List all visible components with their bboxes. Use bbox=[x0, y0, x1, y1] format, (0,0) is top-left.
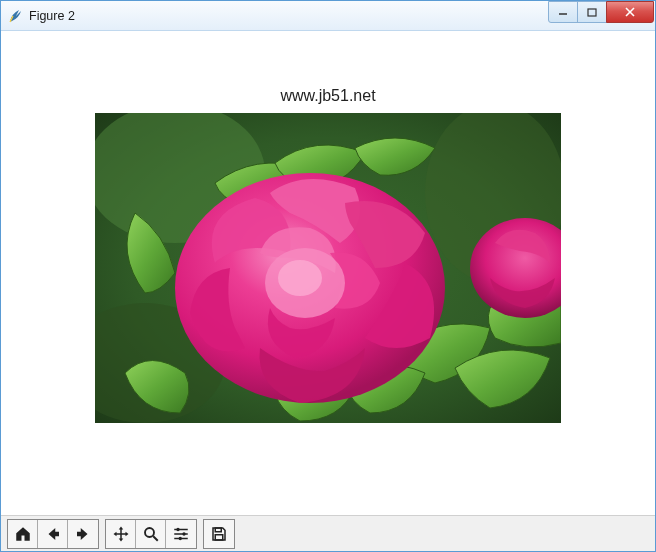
svg-point-12 bbox=[145, 528, 154, 537]
sliders-icon bbox=[172, 525, 190, 543]
matplotlib-toolbar bbox=[1, 515, 655, 551]
maximize-button[interactable] bbox=[577, 1, 607, 23]
pan-button[interactable] bbox=[106, 520, 136, 548]
window-controls bbox=[549, 1, 654, 23]
svg-rect-1 bbox=[588, 9, 596, 16]
arrow-right-icon bbox=[74, 525, 92, 543]
displayed-image bbox=[95, 113, 561, 423]
forward-button[interactable] bbox=[68, 520, 98, 548]
back-button[interactable] bbox=[38, 520, 68, 548]
svg-point-15 bbox=[176, 527, 179, 530]
figure-window: Figure 2 www.jb51.net bbox=[0, 0, 656, 552]
nav-group bbox=[7, 519, 99, 549]
tk-feather-icon bbox=[7, 8, 23, 24]
save-button[interactable] bbox=[204, 520, 234, 548]
maximize-icon bbox=[587, 7, 597, 17]
home-button[interactable] bbox=[8, 520, 38, 548]
svg-rect-21 bbox=[215, 534, 223, 539]
figure-title: www.jb51.net bbox=[280, 87, 375, 105]
zoom-button[interactable] bbox=[136, 520, 166, 548]
svg-line-13 bbox=[153, 536, 158, 541]
svg-rect-20 bbox=[215, 528, 221, 532]
save-group bbox=[203, 519, 235, 549]
configure-button[interactable] bbox=[166, 520, 196, 548]
window-title: Figure 2 bbox=[29, 9, 549, 23]
move-icon bbox=[112, 525, 130, 543]
minimize-icon bbox=[558, 7, 568, 17]
minimize-button[interactable] bbox=[548, 1, 578, 23]
close-button[interactable] bbox=[606, 1, 654, 23]
titlebar[interactable]: Figure 2 bbox=[1, 1, 655, 31]
save-icon bbox=[210, 525, 228, 543]
home-icon bbox=[14, 525, 32, 543]
close-icon bbox=[624, 6, 636, 18]
arrow-left-icon bbox=[44, 525, 62, 543]
svg-point-19 bbox=[179, 536, 182, 539]
svg-point-11 bbox=[278, 260, 322, 296]
figure-canvas-area: www.jb51.net bbox=[1, 31, 655, 515]
zoom-icon bbox=[142, 525, 160, 543]
view-group bbox=[105, 519, 197, 549]
svg-point-17 bbox=[182, 532, 185, 535]
